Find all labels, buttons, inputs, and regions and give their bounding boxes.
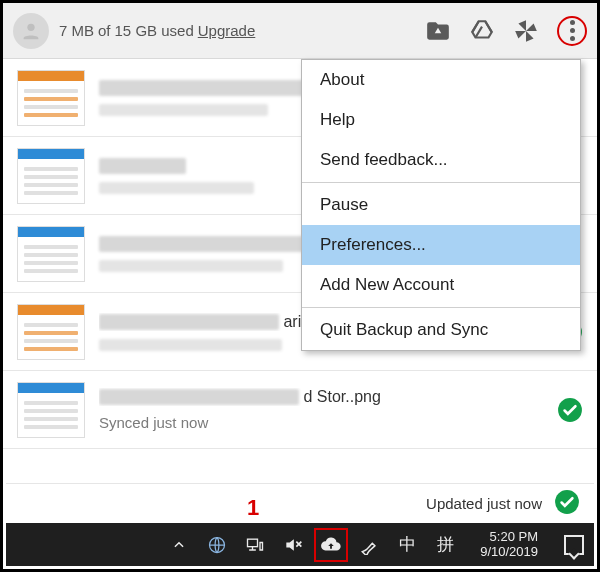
svg-point-0: [27, 23, 34, 30]
tray-globe-icon[interactable]: [206, 534, 228, 556]
menu-send-feedback[interactable]: Send feedback...: [302, 140, 580, 180]
storage-text: 7 MB of 15 GB used Upgrade: [59, 22, 255, 39]
menu-preferences[interactable]: Preferences...: [302, 225, 580, 265]
windows-taskbar: 中 拼 5:20 PM 9/10/2019: [6, 523, 594, 566]
menu-about[interactable]: About: [302, 60, 580, 100]
file-thumbnail: [17, 148, 85, 204]
upgrade-link[interactable]: Upgrade: [198, 22, 256, 39]
menu-add-account[interactable]: Add New Account: [302, 265, 580, 305]
updated-text: Updated just now: [426, 495, 542, 512]
file-title: d Stor..png: [99, 388, 557, 406]
tray-volume-mute-icon[interactable]: [282, 534, 304, 556]
file-subtitle-blurred: [99, 339, 282, 351]
storage-of: of: [98, 22, 111, 39]
file-subtitle-blurred: [99, 260, 283, 272]
menu-separator: [302, 307, 580, 308]
file-title-blurred: [99, 158, 186, 174]
tray-chevron-icon[interactable]: [168, 534, 190, 556]
synced-check-icon: [557, 397, 583, 423]
file-row[interactable]: d Stor..png Synced just now: [3, 371, 597, 449]
more-menu-button[interactable]: [557, 16, 587, 46]
tray-network-icon[interactable]: [244, 534, 266, 556]
folder-drive-icon[interactable]: [425, 18, 451, 44]
storage-total: 15 GB used: [115, 22, 194, 39]
tray-action-center-icon[interactable]: [564, 535, 584, 555]
overflow-menu: About Help Send feedback... Pause Prefer…: [301, 59, 581, 351]
user-avatar[interactable]: [13, 13, 49, 49]
file-title-tail: d Stor..png: [303, 388, 380, 406]
svg-rect-5: [248, 539, 258, 547]
tray-backup-sync-icon[interactable]: [320, 534, 342, 556]
google-drive-icon[interactable]: [469, 18, 495, 44]
file-thumbnail: [17, 70, 85, 126]
tray-pen-icon[interactable]: [358, 534, 380, 556]
menu-help[interactable]: Help: [302, 100, 580, 140]
file-sync-status: Synced just now: [99, 414, 557, 431]
tray-time: 5:20 PM: [480, 530, 538, 545]
file-meta: d Stor..png Synced just now: [99, 388, 557, 431]
file-thumbnail: [17, 304, 85, 360]
file-subtitle-blurred: [99, 182, 254, 194]
menu-separator: [302, 182, 580, 183]
header-bar: 7 MB of 15 GB used Upgrade: [3, 3, 597, 59]
header-icons: [425, 16, 587, 46]
synced-check-icon: [554, 489, 580, 518]
tray-ime-zh-icon[interactable]: 中: [396, 534, 418, 556]
file-subtitle-blurred: [99, 104, 268, 116]
status-footer: Updated just now: [6, 483, 594, 523]
menu-quit[interactable]: Quit Backup and Sync: [302, 310, 580, 350]
tray-clock[interactable]: 5:20 PM 9/10/2019: [480, 530, 538, 560]
photos-pinwheel-icon[interactable]: [513, 18, 539, 44]
file-thumbnail: [17, 226, 85, 282]
tray-ime-pin-icon[interactable]: 拼: [434, 534, 456, 556]
storage-used: 7 MB: [59, 22, 94, 39]
file-thumbnail: [17, 382, 85, 438]
tray-date: 9/10/2019: [480, 545, 538, 560]
menu-pause[interactable]: Pause: [302, 185, 580, 225]
